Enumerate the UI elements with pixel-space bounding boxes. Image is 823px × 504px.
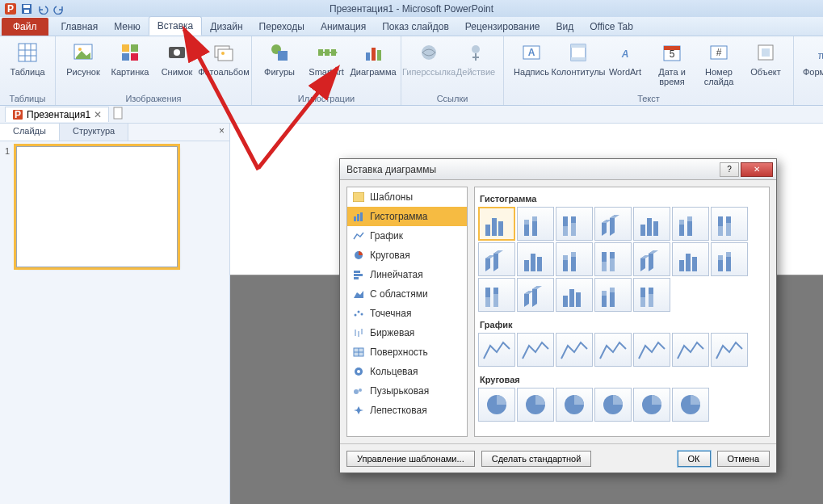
- gallery-item[interactable]: [478, 278, 515, 312]
- chart-type-item[interactable]: Биржевая: [347, 323, 467, 342]
- chart-type-item[interactable]: Гистограмма: [347, 207, 467, 226]
- ok-button[interactable]: ОК: [678, 451, 711, 467]
- gallery-item[interactable]: [633, 333, 670, 367]
- ribbon-button-headerfooter[interactable]: Колонтитулы: [556, 38, 601, 92]
- gallery-item[interactable]: [517, 207, 554, 241]
- ribbon-button-clipart[interactable]: Картинка: [107, 38, 153, 92]
- tab-design[interactable]: Дизайн: [202, 18, 250, 36]
- svg-rect-15: [131, 53, 138, 61]
- gallery-item[interactable]: [711, 242, 748, 276]
- close-icon[interactable]: ✕: [741, 162, 773, 177]
- cancel-button[interactable]: Отмена: [717, 451, 770, 467]
- svg-text:P: P: [15, 109, 21, 120]
- gallery-item[interactable]: [556, 278, 593, 312]
- tab-insert[interactable]: Вставка: [149, 16, 203, 36]
- gallery-item[interactable]: [556, 242, 593, 276]
- close-icon[interactable]: ✕: [94, 109, 102, 120]
- ribbon-button-chart[interactable]: Диаграмма: [351, 38, 396, 92]
- svg-rect-94: [537, 257, 542, 271]
- gallery-item[interactable]: [556, 333, 593, 367]
- ribbon-button-slidenum[interactable]: #Номер слайда: [696, 38, 741, 92]
- gallery-item[interactable]: [672, 333, 709, 367]
- save-icon[interactable]: [19, 2, 34, 16]
- gallery-item[interactable]: [594, 278, 632, 312]
- undo-icon[interactable]: [36, 2, 50, 16]
- gallery-item[interactable]: [633, 207, 670, 241]
- gallery-item[interactable]: [633, 278, 670, 312]
- tab-animations[interactable]: Анимация: [313, 18, 374, 36]
- gallery-item[interactable]: [517, 278, 554, 312]
- help-icon[interactable]: ?: [720, 162, 739, 177]
- tab-file[interactable]: Файл: [2, 18, 48, 36]
- gallery-item[interactable]: [711, 207, 748, 241]
- ribbon-button-picture[interactable]: Рисунок: [61, 38, 106, 92]
- tab-review[interactable]: Рецензирование: [457, 18, 548, 36]
- ribbon-button-screenshot[interactable]: Снимок: [154, 38, 199, 92]
- gallery-item[interactable]: [672, 242, 709, 276]
- ribbon-group-label: Ссылки: [406, 92, 498, 105]
- ribbon-button-datetime[interactable]: 5Дата и время: [649, 38, 695, 92]
- chart-type-item[interactable]: Линейчатая: [347, 265, 467, 284]
- ribbon-button-equation[interactable]: πФормула: [799, 38, 823, 92]
- tab-view[interactable]: Вид: [548, 18, 582, 36]
- gallery-item[interactable]: [594, 333, 632, 367]
- document-tab[interactable]: P Презентация1 ✕: [5, 107, 109, 122]
- gallery-item[interactable]: [672, 388, 709, 422]
- slide-thumbnail[interactable]: [16, 146, 178, 267]
- app-icon[interactable]: P: [3, 2, 18, 16]
- ribbon-button-table[interactable]: Таблица: [5, 38, 50, 92]
- redo-icon[interactable]: [52, 2, 66, 16]
- chart-type-item[interactable]: Лепестковая: [347, 401, 467, 420]
- gallery-item[interactable]: [517, 388, 554, 422]
- new-doc-icon[interactable]: [112, 107, 124, 122]
- gallery-item[interactable]: [478, 242, 515, 276]
- gallery-item[interactable]: [478, 388, 515, 422]
- ribbon-button-smartart[interactable]: SmartArt: [304, 38, 349, 92]
- tab-menu[interactable]: Меню: [106, 18, 148, 36]
- ribbon-button-shapes[interactable]: Фигуры: [257, 38, 302, 92]
- ribbon-button-object[interactable]: Объект: [743, 38, 788, 92]
- ribbon-button-album[interactable]: Фотоальбом: [201, 38, 246, 92]
- tab-officetab[interactable]: Office Tab: [582, 18, 641, 36]
- dialog-titlebar[interactable]: Вставка диаграммы ? ✕: [340, 159, 776, 180]
- svg-rect-120: [610, 288, 615, 292]
- set-default-button[interactable]: Сделать стандартной: [481, 451, 592, 467]
- gallery-item[interactable]: [478, 207, 515, 241]
- chart-type-item[interactable]: Пузырьковая: [347, 381, 467, 401]
- gallery-item[interactable]: [594, 388, 632, 422]
- gallery-item[interactable]: [517, 333, 554, 367]
- gallery-item[interactable]: [633, 242, 670, 276]
- svg-text:π: π: [818, 50, 823, 61]
- gallery-item[interactable]: [594, 242, 632, 276]
- chart-type-item[interactable]: Поверхность: [347, 342, 467, 362]
- chart-type-item[interactable]: Шаблоны: [347, 187, 467, 207]
- side-tab-outline[interactable]: Структура: [60, 124, 128, 141]
- side-tab-slides[interactable]: Слайды: [0, 124, 60, 141]
- action-icon: [463, 40, 489, 65]
- chart-type-list[interactable]: ШаблоныГистограммаГрафикКруговаяЛинейчат…: [346, 187, 468, 437]
- gallery-item[interactable]: [556, 207, 593, 241]
- chart-type-item[interactable]: График: [347, 226, 467, 246]
- tab-slideshow[interactable]: Показ слайдов: [374, 18, 457, 36]
- chart-type-icon: [352, 365, 365, 378]
- gallery-item[interactable]: [556, 388, 593, 422]
- tab-home[interactable]: Главная: [53, 18, 107, 36]
- gallery-item[interactable]: [517, 242, 554, 276]
- ribbon-button-wordart[interactable]: AWordArt: [603, 38, 648, 92]
- chart-type-item[interactable]: Кольцевая: [347, 362, 467, 381]
- ribbon-button-textbox[interactable]: AНадпись: [509, 38, 554, 92]
- gallery-item[interactable]: [633, 388, 670, 422]
- tab-transitions[interactable]: Переходы: [251, 18, 313, 36]
- gallery-item[interactable]: [594, 207, 632, 241]
- gallery-item[interactable]: [478, 333, 515, 367]
- gallery-item[interactable]: [711, 333, 748, 367]
- chart-type-item[interactable]: Точечная: [347, 304, 467, 323]
- chart-type-icon: [352, 346, 365, 359]
- close-panel-icon[interactable]: ×: [214, 124, 229, 141]
- chart-gallery[interactable]: ГистограммаГрафикКруговая: [474, 187, 770, 437]
- manage-templates-button[interactable]: Управление шаблонами...: [346, 451, 475, 467]
- chart-type-label: Биржевая: [370, 327, 414, 338]
- chart-type-item[interactable]: Круговая: [347, 246, 467, 265]
- chart-type-item[interactable]: С областями: [347, 284, 467, 304]
- gallery-item[interactable]: [672, 207, 709, 241]
